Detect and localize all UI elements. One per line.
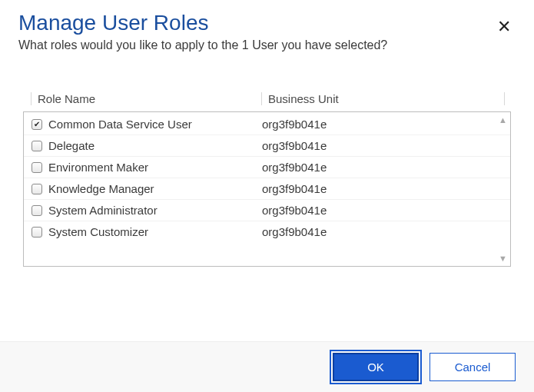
cell-role: Common Data Service User — [32, 118, 262, 131]
role-name-label: System Administrator — [48, 204, 158, 217]
table-row[interactable]: Common Data Service Userorg3f9b041e — [24, 114, 510, 135]
manage-user-roles-dialog: ✕ Manage User Roles What roles would you… — [0, 0, 534, 392]
business-unit-label: org3f9b041e — [262, 139, 510, 152]
checkbox[interactable] — [32, 162, 42, 173]
checkbox[interactable] — [32, 119, 42, 130]
table-row[interactable]: Delegateorg3f9b041e — [24, 135, 510, 157]
role-name-label: System Customizer — [48, 225, 148, 238]
checkbox[interactable] — [32, 184, 42, 194]
role-name-label: Environment Maker — [48, 161, 148, 174]
close-icon[interactable]: ✕ — [497, 17, 511, 37]
business-unit-label: org3f9b041e — [262, 225, 510, 238]
ok-button[interactable]: OK — [333, 353, 419, 381]
column-header-role[interactable]: Role Name — [31, 92, 261, 105]
business-unit-label: org3f9b041e — [262, 118, 510, 131]
business-unit-label: org3f9b041e — [262, 182, 510, 195]
column-header-business-unit[interactable]: Business Unit — [261, 92, 504, 105]
checkbox[interactable] — [32, 141, 42, 151]
table-row[interactable]: System Administratororg3f9b041e — [24, 200, 510, 221]
dialog-title: Manage User Roles — [18, 11, 516, 35]
checkbox[interactable] — [32, 227, 42, 238]
cancel-button[interactable]: Cancel — [430, 353, 516, 381]
table-header: Role Name Business Unit — [23, 92, 511, 111]
dialog-footer: OK Cancel — [0, 342, 534, 392]
dialog-subtitle: What roles would you like to apply to th… — [18, 38, 516, 52]
cell-role: Knowledge Manager — [32, 182, 262, 195]
business-unit-label: org3f9b041e — [262, 204, 510, 217]
cell-role: Environment Maker — [32, 161, 262, 174]
role-name-label: Common Data Service User — [48, 118, 192, 131]
column-header-spacer — [504, 92, 511, 105]
checkbox[interactable] — [32, 205, 42, 216]
roles-list: ▲ Common Data Service Userorg3f9b041eDel… — [23, 111, 511, 267]
role-name-label: Delegate — [48, 139, 95, 152]
scroll-up-icon[interactable]: ▲ — [499, 115, 507, 125]
role-name-label: Knowledge Manager — [48, 182, 154, 195]
business-unit-label: org3f9b041e — [262, 161, 510, 174]
table-row[interactable]: Knowledge Managerorg3f9b041e — [24, 178, 510, 200]
table-row[interactable]: System Customizerorg3f9b041e — [24, 221, 510, 242]
scroll-down-icon[interactable]: ▼ — [499, 254, 507, 263]
table-row[interactable]: Environment Makerorg3f9b041e — [24, 157, 510, 178]
cell-role: System Administrator — [32, 204, 262, 217]
cell-role: System Customizer — [32, 225, 262, 238]
cell-role: Delegate — [32, 139, 262, 152]
